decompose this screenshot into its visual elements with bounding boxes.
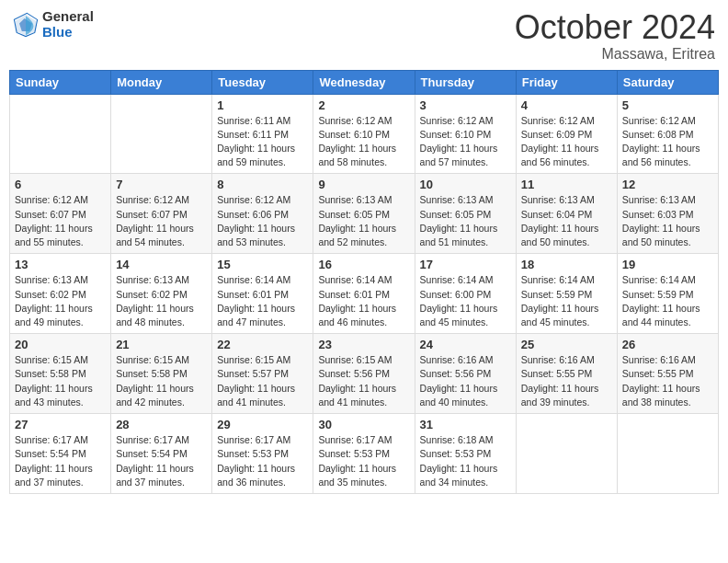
day-info: Sunrise: 6:17 AMSunset: 5:54 PMDaylight:… <box>15 433 106 489</box>
day-info: Sunrise: 6:18 AMSunset: 5:53 PMDaylight:… <box>420 433 511 489</box>
day-number: 8 <box>217 178 308 191</box>
calendar-cell: 2Sunrise: 6:12 AMSunset: 6:10 PMDaylight… <box>313 94 415 174</box>
calendar-cell: 28Sunrise: 6:17 AMSunset: 5:54 PMDayligh… <box>111 414 212 494</box>
calendar-cell: 19Sunrise: 6:14 AMSunset: 5:59 PMDayligh… <box>617 254 718 334</box>
weekday-header-friday: Friday <box>516 70 617 94</box>
day-info: Sunrise: 6:13 AMSunset: 6:05 PMDaylight:… <box>318 193 409 249</box>
calendar-week-row: 27Sunrise: 6:17 AMSunset: 5:54 PMDayligh… <box>10 414 719 494</box>
day-info: Sunrise: 6:17 AMSunset: 5:53 PMDaylight:… <box>318 433 409 489</box>
day-info: Sunrise: 6:12 AMSunset: 6:09 PMDaylight:… <box>521 114 612 170</box>
calendar-cell <box>10 94 111 174</box>
calendar-cell: 22Sunrise: 6:15 AMSunset: 5:57 PMDayligh… <box>212 334 313 414</box>
calendar-cell: 13Sunrise: 6:13 AMSunset: 6:02 PMDayligh… <box>10 254 111 334</box>
day-info: Sunrise: 6:13 AMSunset: 6:02 PMDaylight:… <box>116 273 207 329</box>
location: Massawa, Eritrea <box>515 46 715 63</box>
day-info: Sunrise: 6:14 AMSunset: 6:01 PMDaylight:… <box>318 273 409 329</box>
day-info: Sunrise: 6:17 AMSunset: 5:54 PMDaylight:… <box>116 433 207 489</box>
day-number: 20 <box>15 338 106 351</box>
weekday-header-saturday: Saturday <box>617 70 718 94</box>
calendar-week-row: 1Sunrise: 6:11 AMSunset: 6:11 PMDaylight… <box>10 94 719 174</box>
day-info: Sunrise: 6:12 AMSunset: 6:07 PMDaylight:… <box>15 193 106 249</box>
calendar-cell: 31Sunrise: 6:18 AMSunset: 5:53 PMDayligh… <box>415 414 516 494</box>
calendar-week-row: 13Sunrise: 6:13 AMSunset: 6:02 PMDayligh… <box>10 254 719 334</box>
day-info: Sunrise: 6:13 AMSunset: 6:04 PMDaylight:… <box>521 193 612 249</box>
day-number: 23 <box>318 338 409 351</box>
day-number: 25 <box>521 338 612 351</box>
logo-general-text: General <box>42 9 94 25</box>
page-header: General Blue October 2024 Massawa, Eritr… <box>9 9 719 63</box>
weekday-header-monday: Monday <box>111 70 212 94</box>
weekday-header-wednesday: Wednesday <box>313 70 415 94</box>
calendar-cell: 15Sunrise: 6:14 AMSunset: 6:01 PMDayligh… <box>212 254 313 334</box>
day-number: 13 <box>15 258 106 271</box>
calendar-week-row: 6Sunrise: 6:12 AMSunset: 6:07 PMDaylight… <box>10 174 719 254</box>
day-number: 2 <box>318 98 409 112</box>
day-info: Sunrise: 6:13 AMSunset: 6:05 PMDaylight:… <box>420 193 511 249</box>
day-info: Sunrise: 6:13 AMSunset: 6:03 PMDaylight:… <box>622 193 713 249</box>
day-number: 14 <box>116 258 207 271</box>
day-info: Sunrise: 6:14 AMSunset: 6:00 PMDaylight:… <box>420 273 511 329</box>
day-number: 18 <box>521 258 612 271</box>
day-info: Sunrise: 6:14 AMSunset: 5:59 PMDaylight:… <box>521 273 612 329</box>
calendar-cell: 29Sunrise: 6:17 AMSunset: 5:53 PMDayligh… <box>212 414 313 494</box>
weekday-header-tuesday: Tuesday <box>212 70 313 94</box>
calendar-cell: 11Sunrise: 6:13 AMSunset: 6:04 PMDayligh… <box>516 174 617 254</box>
day-number: 21 <box>116 338 207 351</box>
calendar-cell: 9Sunrise: 6:13 AMSunset: 6:05 PMDaylight… <box>313 174 415 254</box>
day-number: 9 <box>318 178 409 191</box>
calendar-cell: 20Sunrise: 6:15 AMSunset: 5:58 PMDayligh… <box>10 334 111 414</box>
logo-icon <box>13 12 39 38</box>
logo: General Blue <box>13 9 94 40</box>
calendar-cell: 1Sunrise: 6:11 AMSunset: 6:11 PMDaylight… <box>212 94 313 174</box>
day-number: 24 <box>420 338 511 351</box>
day-info: Sunrise: 6:16 AMSunset: 5:55 PMDaylight:… <box>622 353 713 409</box>
title-block: October 2024 Massawa, Eritrea <box>515 9 715 63</box>
day-info: Sunrise: 6:15 AMSunset: 5:56 PMDaylight:… <box>318 353 409 409</box>
day-number: 11 <box>521 178 612 191</box>
day-info: Sunrise: 6:12 AMSunset: 6:10 PMDaylight:… <box>420 114 511 170</box>
calendar-cell: 4Sunrise: 6:12 AMSunset: 6:09 PMDaylight… <box>516 94 617 174</box>
calendar-cell: 6Sunrise: 6:12 AMSunset: 6:07 PMDaylight… <box>10 174 111 254</box>
calendar-cell: 14Sunrise: 6:13 AMSunset: 6:02 PMDayligh… <box>111 254 212 334</box>
day-info: Sunrise: 6:16 AMSunset: 5:55 PMDaylight:… <box>521 353 612 409</box>
calendar-cell: 17Sunrise: 6:14 AMSunset: 6:00 PMDayligh… <box>415 254 516 334</box>
calendar-cell: 30Sunrise: 6:17 AMSunset: 5:53 PMDayligh… <box>313 414 415 494</box>
day-number: 29 <box>217 418 308 431</box>
day-number: 22 <box>217 338 308 351</box>
calendar-cell: 3Sunrise: 6:12 AMSunset: 6:10 PMDaylight… <box>415 94 516 174</box>
weekday-header-thursday: Thursday <box>415 70 516 94</box>
logo-text: General Blue <box>42 9 94 40</box>
day-number: 5 <box>622 98 713 112</box>
day-number: 1 <box>217 98 308 112</box>
day-number: 15 <box>217 258 308 271</box>
calendar-cell <box>111 94 212 174</box>
weekday-header-row: SundayMondayTuesdayWednesdayThursdayFrid… <box>10 70 719 94</box>
day-info: Sunrise: 6:16 AMSunset: 5:56 PMDaylight:… <box>420 353 511 409</box>
calendar-cell: 23Sunrise: 6:15 AMSunset: 5:56 PMDayligh… <box>313 334 415 414</box>
day-number: 19 <box>622 258 713 271</box>
day-info: Sunrise: 6:12 AMSunset: 6:07 PMDaylight:… <box>116 193 207 249</box>
calendar-cell: 12Sunrise: 6:13 AMSunset: 6:03 PMDayligh… <box>617 174 718 254</box>
day-number: 30 <box>318 418 409 431</box>
day-info: Sunrise: 6:13 AMSunset: 6:02 PMDaylight:… <box>15 273 106 329</box>
calendar-cell: 25Sunrise: 6:16 AMSunset: 5:55 PMDayligh… <box>516 334 617 414</box>
calendar-cell: 8Sunrise: 6:12 AMSunset: 6:06 PMDaylight… <box>212 174 313 254</box>
day-info: Sunrise: 6:15 AMSunset: 5:58 PMDaylight:… <box>116 353 207 409</box>
day-info: Sunrise: 6:14 AMSunset: 5:59 PMDaylight:… <box>622 273 713 329</box>
calendar-cell: 16Sunrise: 6:14 AMSunset: 6:01 PMDayligh… <box>313 254 415 334</box>
calendar-table: SundayMondayTuesdayWednesdayThursdayFrid… <box>9 70 719 494</box>
calendar-cell: 10Sunrise: 6:13 AMSunset: 6:05 PMDayligh… <box>415 174 516 254</box>
calendar-cell: 21Sunrise: 6:15 AMSunset: 5:58 PMDayligh… <box>111 334 212 414</box>
day-number: 27 <box>15 418 106 431</box>
day-number: 17 <box>420 258 511 271</box>
day-info: Sunrise: 6:12 AMSunset: 6:06 PMDaylight:… <box>217 193 308 249</box>
calendar-cell: 24Sunrise: 6:16 AMSunset: 5:56 PMDayligh… <box>415 334 516 414</box>
day-number: 4 <box>521 98 612 112</box>
day-info: Sunrise: 6:15 AMSunset: 5:57 PMDaylight:… <box>217 353 308 409</box>
day-number: 26 <box>622 338 713 351</box>
day-info: Sunrise: 6:12 AMSunset: 6:10 PMDaylight:… <box>318 114 409 170</box>
day-info: Sunrise: 6:14 AMSunset: 6:01 PMDaylight:… <box>217 273 308 329</box>
calendar-cell: 7Sunrise: 6:12 AMSunset: 6:07 PMDaylight… <box>111 174 212 254</box>
day-number: 3 <box>420 98 511 112</box>
calendar-cell: 18Sunrise: 6:14 AMSunset: 5:59 PMDayligh… <box>516 254 617 334</box>
